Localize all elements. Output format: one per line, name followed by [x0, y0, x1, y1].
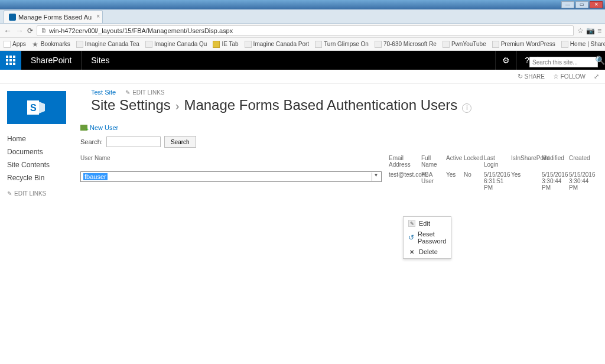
- col-header-username[interactable]: User Name: [80, 154, 389, 169]
- cell-modified: 5/15/2016 3:30:44 PM: [542, 170, 569, 192]
- edit-links-button[interactable]: ✎ EDIT LINKS: [125, 89, 164, 96]
- nav-item-documents[interactable]: Documents: [7, 145, 71, 158]
- cell-created: 5/15/2016 3:30:44 PM: [569, 170, 596, 192]
- nav-item-site-contents[interactable]: Site Contents: [7, 158, 71, 171]
- col-header-active[interactable]: Active: [446, 154, 464, 169]
- users-grid: User Name Email Address Full Name Active…: [80, 152, 599, 192]
- user-search-input[interactable]: [106, 136, 161, 147]
- page-icon: [375, 41, 382, 48]
- breadcrumb-root[interactable]: Site Settings: [91, 97, 171, 113]
- col-header-created[interactable]: Created: [569, 154, 596, 169]
- share-button[interactable]: ↻ SHARE: [518, 73, 545, 80]
- browser-toolbar: ← → ⟳ 🗎 win-h472cerv00l/_layouts/15/FBA/…: [0, 24, 605, 38]
- app-launcher-button[interactable]: [0, 51, 21, 70]
- col-header-modified[interactable]: Modified: [542, 154, 569, 169]
- folder-icon: [213, 41, 220, 48]
- delete-icon: ✕: [408, 248, 415, 255]
- page-icon: [492, 41, 499, 48]
- window-close-button[interactable]: ✕: [590, 1, 603, 8]
- page-icon: [145, 41, 152, 48]
- menu-item-edit[interactable]: ✎ Edit: [404, 218, 451, 229]
- suite-brand[interactable]: SharePoint: [21, 51, 81, 70]
- bookmark-item[interactable]: Imagine Canada Port: [245, 41, 310, 48]
- cell-fullname: FBA User: [421, 170, 446, 186]
- star-icon[interactable]: ☆: [577, 27, 584, 35]
- cell-active: Yes: [446, 170, 464, 179]
- site-logo[interactable]: S: [7, 91, 66, 124]
- follow-button[interactable]: ☆ FOLLOW: [553, 73, 586, 80]
- bookmarks-bar: Apps ★Bookmarks Imagine Canada Tea Imagi…: [0, 38, 605, 51]
- breadcrumb-separator-icon: ›: [175, 99, 180, 113]
- window-minimize-button[interactable]: —: [561, 1, 574, 8]
- nav-item-home[interactable]: Home: [7, 132, 71, 145]
- col-header-lastlogin[interactable]: Last Login: [484, 154, 511, 169]
- star-icon: ★: [32, 41, 39, 48]
- page-icon: [561, 41, 568, 48]
- tab-title: Manage Forms Based Au: [18, 14, 92, 21]
- edit-icon: ✎: [408, 220, 415, 227]
- nav-edit-links[interactable]: ✎ EDIT LINKS: [7, 188, 71, 199]
- page-title-text: Manage Forms Based Authentication Users: [184, 97, 457, 113]
- site-search-input[interactable]: [529, 57, 598, 67]
- grid-header-row: User Name Email Address Full Name Active…: [80, 152, 599, 170]
- reload-button[interactable]: ⟳: [27, 27, 33, 35]
- breadcrumb-site-link[interactable]: Test Site: [91, 89, 116, 96]
- bookmark-item[interactable]: ★Bookmarks: [32, 41, 70, 48]
- suite-sites-link[interactable]: Sites: [81, 51, 119, 70]
- col-header-fullname[interactable]: Full Name: [421, 154, 446, 169]
- chevron-down-icon[interactable]: ▼: [372, 173, 380, 181]
- col-header-isinsharepoint[interactable]: IsInSharePoint: [511, 154, 542, 169]
- menu-item-reset-password[interactable]: ↺ Reset Password: [404, 229, 451, 246]
- username-dropdown-cell[interactable]: fbauser ▼: [80, 171, 382, 182]
- tab-close-button[interactable]: ×: [96, 13, 100, 20]
- col-header-locked[interactable]: Locked: [464, 154, 484, 169]
- menu-icon[interactable]: ≡: [597, 27, 601, 35]
- bookmark-item[interactable]: PwnYouTube: [443, 41, 486, 48]
- browser-tab-active[interactable]: Manage Forms Based Au ×: [4, 10, 103, 23]
- search-label: Search:: [80, 138, 103, 145]
- browser-tabstrip: Manage Forms Based Au ×: [0, 9, 605, 24]
- quick-launch-nav: Home Documents Site Contents Recycle Bin…: [7, 132, 71, 199]
- nav-item-recycle-bin[interactable]: Recycle Bin: [7, 171, 71, 184]
- bookmark-item[interactable]: Turn Glimpse On: [315, 41, 369, 48]
- page-icon: [76, 41, 83, 48]
- menu-item-delete[interactable]: ✕ Delete: [404, 246, 451, 257]
- bookmark-item[interactable]: Home | SharePoint W: [561, 41, 605, 48]
- row-context-menu: ✎ Edit ↺ Reset Password ✕ Delete: [403, 216, 451, 259]
- svg-text:S: S: [30, 103, 37, 113]
- url-text: win-h472cerv00l/_layouts/15/FBA/Manageme…: [49, 27, 233, 34]
- help-info-icon[interactable]: i: [462, 103, 471, 113]
- apps-icon: [4, 41, 11, 48]
- site-search-go-icon[interactable]: 🔍: [595, 56, 605, 65]
- cell-isinsharepoint: Yes: [511, 170, 542, 179]
- settings-gear-icon[interactable]: ⚙: [495, 51, 516, 70]
- grid-row: fbauser ▼ test@test.com FBA User Yes No …: [80, 170, 599, 192]
- nav-back-button[interactable]: ←: [4, 27, 12, 35]
- page-icon: [443, 41, 450, 48]
- pencil-icon: ✎: [125, 89, 130, 96]
- bookmark-item[interactable]: 70-630 Microsoft Re: [375, 41, 437, 48]
- page-icon: [315, 41, 322, 48]
- focus-content-button[interactable]: ⤢: [594, 73, 599, 80]
- window-titlebar: — ▭ ✕: [0, 0, 605, 9]
- nav-forward-button[interactable]: →: [15, 27, 24, 35]
- favicon-icon: [9, 14, 16, 21]
- col-header-email[interactable]: Email Address: [389, 154, 421, 169]
- address-bar[interactable]: 🗎 win-h472cerv00l/_layouts/15/FBA/Manage…: [37, 25, 574, 36]
- bookmark-item[interactable]: Imagine Canada Tea: [76, 41, 139, 48]
- camera-icon[interactable]: 📷: [586, 27, 595, 35]
- apps-shortcut[interactable]: Apps: [4, 41, 26, 48]
- new-user-link[interactable]: New User: [80, 124, 599, 131]
- bookmark-folder[interactable]: IE Tab: [213, 41, 238, 48]
- suite-bar: SharePoint Sites ⚙ ? Chris Coulson ▾: [0, 51, 605, 70]
- window-maximize-button[interactable]: ▭: [575, 1, 588, 8]
- pencil-icon: ✎: [7, 190, 12, 197]
- user-search-button[interactable]: Search: [164, 136, 196, 148]
- cell-locked: No: [464, 170, 484, 179]
- cell-lastlogin: 5/15/2016 6:31:51 PM: [484, 170, 511, 192]
- sharepoint-logo-icon: S: [25, 96, 48, 119]
- bookmark-item[interactable]: Imagine Canada Qu: [145, 41, 207, 48]
- page-info-icon: 🗎: [41, 27, 47, 34]
- share-icon: ↻: [518, 73, 523, 80]
- bookmark-item[interactable]: Premium WordPress: [492, 41, 555, 48]
